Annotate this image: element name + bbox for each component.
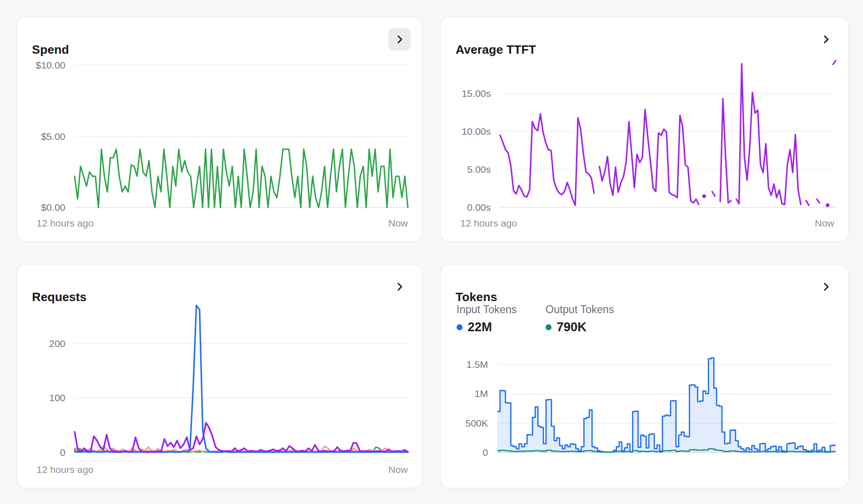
chevron-right-icon (820, 33, 832, 45)
y-axis-tick-label: 200 (49, 337, 65, 350)
chart-svg (500, 58, 836, 208)
requests-chart-plot (75, 302, 408, 453)
chevron-right-icon (820, 281, 832, 293)
output-tokens-label: Output Tokens (546, 303, 621, 316)
ttft-card-title: Average TTFT (456, 43, 536, 57)
tokens-legend: Input Tokens 22M Output Tokens 790K (457, 303, 621, 334)
y-axis-tick-label: 5.00s (467, 163, 491, 176)
input-tokens-label: Input Tokens (457, 303, 532, 316)
input-tokens-dot-icon (457, 324, 463, 330)
x-axis-end-label: Now (815, 217, 834, 229)
tokens-card-title: Tokens (456, 290, 497, 304)
spend-chart-plot (75, 65, 408, 208)
input-tokens-legend-item: Input Tokens 22M (457, 303, 532, 334)
requests-y-axis: 2001000 (17, 302, 75, 453)
chevron-right-icon (393, 281, 406, 293)
tokens-chart-plot (497, 354, 836, 453)
y-axis-tick-label: 0.00s (467, 201, 491, 214)
ttft-card-open-button[interactable] (815, 28, 837, 50)
x-axis-end-label: Now (388, 217, 408, 229)
y-axis-tick-label: 1M (475, 387, 488, 400)
y-axis-tick-label: 0 (482, 446, 488, 459)
tokens-card-open-button[interactable] (815, 276, 837, 298)
ttft-chart-plot (500, 58, 836, 208)
spend-y-axis: $10.00$5.00$0.00 (17, 65, 75, 208)
chevron-right-icon (393, 33, 406, 45)
chart-svg (497, 354, 836, 453)
x-axis-end-label: Now (388, 464, 408, 476)
x-axis-start-label: 12 hours ago (37, 217, 94, 229)
spend-card-title: Spend (32, 43, 69, 57)
y-axis-tick-label: 15.00s (462, 87, 491, 100)
chart-svg (75, 302, 408, 453)
input-tokens-total: 22M (468, 320, 492, 334)
x-axis-start-label: 12 hours ago (460, 217, 517, 229)
tokens-y-axis: 1.5M1M500K0 (441, 354, 497, 453)
x-axis-start-label: 12 hours ago (37, 464, 94, 476)
output-tokens-legend-item: Output Tokens 790K (546, 303, 621, 334)
y-axis-tick-label: 1.5M (466, 358, 488, 371)
chart-svg (75, 65, 408, 208)
y-axis-tick-label: 0 (60, 446, 65, 459)
y-axis-tick-label: $0.00 (41, 201, 65, 214)
spend-card-open-button[interactable] (388, 28, 411, 50)
output-tokens-total: 790K (557, 320, 587, 334)
tokens-card: Tokens Input Tokens 22M Output Tokens 79… (440, 264, 849, 488)
spend-card: Spend $10.00$5.00$0.00 12 hours ago Now (17, 17, 422, 242)
ttft-x-axis: 12 hours ago Now (460, 217, 834, 229)
requests-x-axis: 12 hours ago Now (37, 464, 408, 476)
requests-card-open-button[interactable] (388, 276, 411, 298)
y-axis-tick-label: $5.00 (41, 130, 65, 143)
y-axis-tick-label: $10.00 (36, 59, 65, 72)
output-tokens-dot-icon (546, 324, 552, 330)
y-axis-tick-label: 100 (49, 391, 65, 404)
requests-card: Requests 2001000 12 hours ago Now (17, 264, 422, 488)
ttft-y-axis: 15.00s10.00s5.00s0.00s (441, 58, 500, 208)
y-axis-tick-label: 500K (465, 417, 488, 430)
y-axis-tick-label: 10.00s (462, 125, 491, 138)
usage-dashboard: { "cards": { "spend": {"title": "Spend",… (0, 0, 863, 504)
spend-x-axis: 12 hours ago Now (37, 217, 408, 229)
ttft-card: Average TTFT 15.00s10.00s5.00s0.00s 12 h… (440, 17, 849, 242)
